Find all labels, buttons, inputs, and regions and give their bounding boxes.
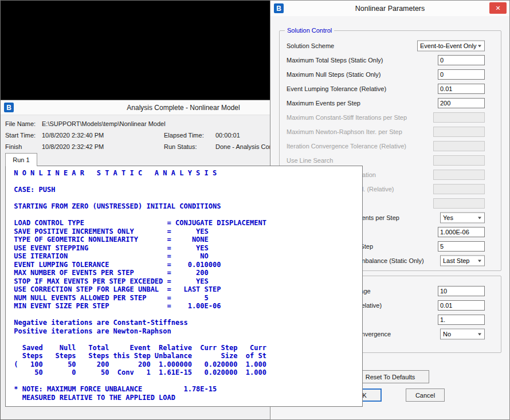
param-input[interactable]: [438, 241, 485, 252]
app-logo-icon: B: [274, 3, 284, 13]
chevron-down-icon: [478, 217, 481, 221]
param-input: [433, 112, 485, 123]
param-dropdown[interactable]: No: [440, 328, 485, 339]
finish-value: 10/8/2020 2:32:42 PM: [42, 143, 104, 150]
dialog-title: Nonlinear Parameters: [355, 5, 425, 13]
param-input: [433, 170, 485, 180]
param-input: [433, 127, 485, 137]
run-status-value: Done - Analysis Com: [215, 143, 274, 150]
close-button[interactable]: ✕: [489, 2, 507, 14]
dropdown-value: Yes: [443, 214, 453, 221]
file-name-label: File Name:: [5, 120, 36, 127]
run-status-label: Run Status:: [164, 143, 197, 150]
reset-to-defaults-button[interactable]: Reset To Defaults: [351, 370, 429, 383]
chevron-down-icon: [478, 260, 481, 264]
param-input[interactable]: [438, 227, 485, 237]
file-name-value: E:\SUPPORT\Models\temp\Nonlinear Model: [42, 120, 166, 127]
param-input[interactable]: [438, 69, 485, 80]
param-row: Maximum Null Steps (Static Only): [280, 67, 501, 81]
start-time-label: Start Time:: [5, 132, 36, 139]
param-row: Maximum Events per Step: [280, 96, 501, 110]
param-label: Use Line Search: [287, 157, 333, 164]
param-input: [433, 184, 485, 194]
group-title: Solution Control: [285, 27, 334, 34]
param-label: Iteration Convergence Tolerance (Relativ…: [287, 143, 406, 150]
close-icon: ✕: [495, 5, 500, 12]
tab-run-1[interactable]: Run 1: [5, 153, 37, 166]
finish-label: Finish: [5, 143, 22, 150]
app-logo-icon: B: [4, 103, 14, 112]
start-time-value: 10/8/2020 2:32:40 PM: [42, 132, 104, 139]
param-input[interactable]: [438, 98, 485, 108]
param-row: Maximum Newton-Raphson Iter. per Step: [280, 124, 501, 139]
analysis-output-text: N O N L I N E A R S T A T I C A N A L Y …: [6, 166, 362, 402]
param-input: [433, 155, 485, 166]
param-row: Iteration Convergence Tolerance (Relativ…: [280, 139, 501, 153]
param-row: Solution SchemeEvent-to-Event Only: [280, 38, 501, 53]
param-input[interactable]: [438, 286, 485, 296]
param-row: Maximum Total Steps (Static Only): [280, 53, 501, 67]
param-label: Maximum Total Steps (Static Only): [287, 57, 383, 64]
param-dropdown[interactable]: Event-to-Event Only: [417, 40, 485, 51]
param-label: Maximum Null Steps (Static Only): [287, 71, 380, 78]
param-input[interactable]: [438, 315, 485, 325]
analysis-output-panel[interactable]: N O N L I N E A R S T A T I C A N A L Y …: [5, 166, 363, 407]
param-label: Maximum Events per Step: [287, 100, 360, 107]
chevron-down-icon: [478, 333, 481, 337]
cancel-button[interactable]: Cancel: [406, 388, 445, 402]
screen: B Analysis Complete - Nonlinear Model Fi…: [0, 0, 510, 420]
param-input[interactable]: [438, 300, 485, 311]
param-dropdown[interactable]: Last Step: [440, 255, 485, 266]
param-label: Solution Scheme: [287, 42, 334, 49]
dialog-titlebar: B Nonlinear Parameters ✕: [270, 1, 509, 16]
chevron-down-icon: [478, 45, 481, 49]
param-label: Event Lumping Tolerance (Relative): [287, 85, 386, 92]
dropdown-value: No: [443, 331, 451, 337]
dropdown-value: Event-to-Event Only: [420, 42, 476, 49]
param-dropdown[interactable]: Yes: [440, 212, 485, 223]
param-row: Event Lumping Tolerance (Relative): [280, 81, 501, 96]
elapsed-time-label: Elapsed Time:: [164, 132, 204, 139]
param-input[interactable]: [438, 55, 485, 65]
param-input[interactable]: [438, 84, 485, 94]
elapsed-time-value: 00:00:01: [215, 132, 240, 139]
param-input: [433, 141, 485, 151]
window-title: Analysis Complete - Nonlinear Model: [127, 104, 240, 112]
param-label: Maximum Constant-Stiff Iterations per St…: [287, 114, 407, 121]
param-row: Maximum Constant-Stiff Iterations per St…: [280, 110, 501, 124]
param-label: Maximum Newton-Raphson Iter. per Step: [287, 128, 402, 135]
dropdown-value: Last Step: [443, 257, 469, 264]
param-input: [433, 198, 485, 209]
